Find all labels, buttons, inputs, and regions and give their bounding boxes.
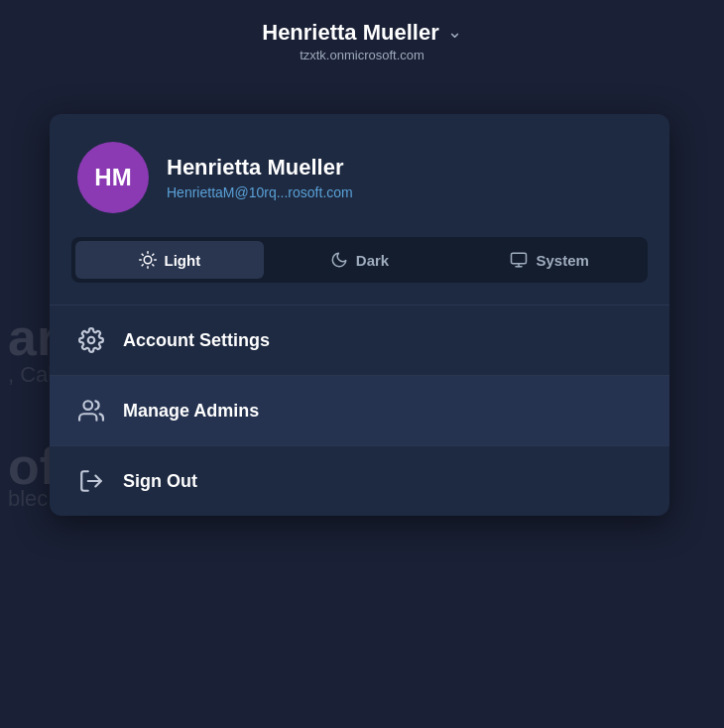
bg-text-4: blec (0, 486, 48, 512)
theme-system-label: System (536, 252, 588, 269)
svg-rect-9 (512, 253, 527, 264)
account-settings-item[interactable]: Account Settings (50, 305, 669, 375)
header-user-area: Henrietta Mueller ⌄ tzxtk.onmicrosoft.co… (0, 20, 724, 62)
profile-section: HM Henrietta Mueller HenriettaM@10rq...r… (50, 114, 669, 237)
sign-out-item[interactable]: Sign Out (50, 446, 669, 516)
theme-switcher: Light Dark System (71, 237, 648, 283)
svg-point-12 (88, 337, 95, 344)
sign-out-icon (77, 468, 105, 494)
theme-dark-label: Dark (356, 252, 389, 269)
svg-line-7 (142, 265, 143, 266)
users-icon (77, 398, 105, 424)
theme-system-button[interactable]: System (455, 241, 644, 279)
svg-line-3 (142, 254, 143, 255)
profile-info: Henrietta Mueller HenriettaM@10rq...roso… (167, 155, 353, 200)
account-settings-label: Account Settings (123, 330, 270, 351)
theme-dark-button[interactable]: Dark (266, 241, 454, 279)
sun-icon (139, 251, 157, 269)
header-user-info: Henrietta Mueller ⌄ tzxtk.onmicrosoft.co… (262, 20, 462, 62)
avatar: HM (77, 142, 149, 213)
manage-admins-label: Manage Admins (123, 401, 259, 422)
manage-admins-item[interactable]: Manage Admins (50, 376, 669, 445)
gear-icon (77, 327, 105, 353)
svg-point-13 (83, 401, 92, 410)
svg-point-0 (144, 256, 152, 264)
chevron-down-icon[interactable]: ⌄ (447, 21, 462, 43)
profile-email: HenriettaM@10rq...rosoft.com (167, 184, 353, 200)
header-user-email: tzxtk.onmicrosoft.com (300, 48, 424, 62)
theme-light-label: Light (165, 252, 201, 269)
monitor-icon (510, 251, 528, 269)
profile-name: Henrietta Mueller (167, 155, 353, 181)
theme-light-button[interactable]: Light (75, 241, 264, 279)
bg-text-2: , Cal (0, 362, 53, 388)
dropdown-card: HM Henrietta Mueller HenriettaM@10rq...r… (50, 114, 669, 516)
header-user-name: Henrietta Mueller (262, 20, 439, 46)
svg-line-4 (152, 265, 153, 266)
sign-out-label: Sign Out (123, 471, 197, 492)
svg-line-8 (152, 254, 153, 255)
moon-icon (330, 251, 348, 269)
